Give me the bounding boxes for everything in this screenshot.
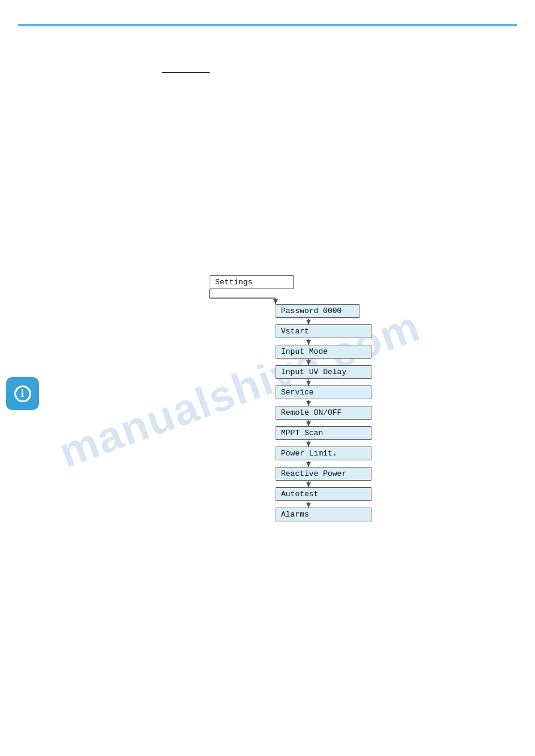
svg-marker-11 bbox=[306, 381, 311, 385]
svg-marker-15 bbox=[306, 421, 311, 426]
password-box[interactable]: Password 0000 bbox=[276, 304, 359, 318]
reactive-power-box[interactable]: Reactive Power bbox=[276, 467, 371, 481]
svg-marker-21 bbox=[306, 482, 311, 487]
svg-marker-5 bbox=[306, 320, 311, 324]
mppt-scan-box[interactable]: MPPT Scan bbox=[276, 426, 371, 440]
svg-marker-7 bbox=[306, 340, 311, 345]
top-bar bbox=[18, 24, 517, 26]
service-box[interactable]: Service bbox=[276, 385, 371, 399]
remote-onoff-box[interactable]: Remote ON/OFF bbox=[276, 406, 371, 420]
svg-marker-23 bbox=[306, 503, 311, 508]
vstart-box[interactable]: Vstart bbox=[276, 324, 371, 338]
svg-marker-13 bbox=[306, 401, 311, 406]
svg-marker-3 bbox=[273, 299, 278, 304]
alarms-box[interactable]: Alarms bbox=[276, 508, 371, 521]
input-uv-delay-box[interactable]: Input UV Delay bbox=[276, 365, 371, 379]
autotest-box[interactable]: Autotest bbox=[276, 487, 371, 501]
settings-box[interactable]: Settings bbox=[210, 275, 294, 289]
svg-marker-9 bbox=[306, 360, 311, 365]
top-underline-decoration bbox=[162, 72, 210, 73]
input-mode-box[interactable]: Input Mode bbox=[276, 345, 371, 359]
info-icon: i bbox=[14, 385, 31, 402]
svg-marker-19 bbox=[306, 462, 311, 467]
svg-marker-17 bbox=[306, 442, 311, 447]
power-limit-box[interactable]: Power Limit. bbox=[276, 447, 371, 460]
side-icon: i bbox=[6, 377, 39, 410]
